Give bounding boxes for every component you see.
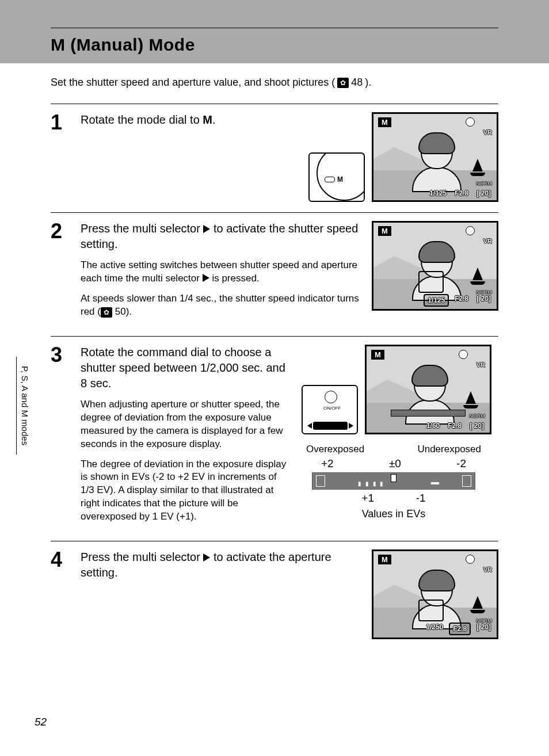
shutter-value: 1/125 <box>427 189 449 198</box>
step2-desc1: The active setting switches between shut… <box>81 259 364 285</box>
ev-over-label: Overexposed <box>306 444 364 455</box>
aperture-value: F2.8 <box>452 294 471 307</box>
quality-badge: NORM <box>470 413 486 419</box>
ev-diagram: Overexposed Underexposed +2 ±0 -2 ▮ ▮ ▮ … <box>296 444 491 520</box>
xref-icon: ✿ <box>337 78 349 88</box>
step-4: 4 Press the multi selector to activate t… <box>51 541 498 650</box>
remaining-value: [ 20] <box>474 189 493 198</box>
dial-letter-m: M <box>337 175 343 184</box>
shutter-value: 1/250 <box>424 623 445 635</box>
right-arrow-icon <box>203 225 210 233</box>
aperture-value: F2.8 <box>452 189 471 198</box>
onoff-label: ON/OFF <box>323 406 341 411</box>
ev-minus1: -1 <box>416 492 426 505</box>
page-title: M (Manual) Mode <box>51 33 498 65</box>
step-title: Rotate the mode dial to M. <box>81 112 300 128</box>
shutter-value: 1/60 <box>424 421 442 430</box>
step-number: 2 <box>51 221 70 326</box>
intro-a: Set the shutter speed and aperture value… <box>51 77 335 89</box>
macro-icon <box>459 350 468 359</box>
quality-badge: NORM <box>476 181 493 186</box>
title-rule <box>51 28 498 28</box>
step-number: 4 <box>51 549 70 639</box>
vr-badge: VR <box>483 129 492 136</box>
intro-text: Set the shutter speed and aperture value… <box>51 77 498 89</box>
macro-icon <box>466 226 475 235</box>
vr-badge: VR <box>476 361 485 368</box>
ev-bar: ▮ ▮ ▮ ▮ <box>312 472 475 490</box>
step3-desc1: When adjusting aperture or shutter speed… <box>81 398 288 451</box>
ev-zero: ±0 <box>389 457 401 470</box>
step-3: 3 Rotate the command dial to choose a sh… <box>51 336 498 541</box>
step-number: 3 <box>51 345 70 530</box>
page-content: M (Manual) Mode Set the shutter speed an… <box>0 0 549 684</box>
intro-b: ). <box>365 77 371 89</box>
mode-badge: M <box>371 350 384 360</box>
macro-icon <box>466 117 475 127</box>
step3-desc2: The degree of deviation in the exposure … <box>81 458 288 524</box>
aperture-value-highlighted: F2.8 <box>449 623 471 635</box>
remaining-value: [ 20] <box>467 421 486 430</box>
right-arrow-icon <box>203 274 209 282</box>
remaining-value: [ 20] <box>474 623 493 635</box>
lcd-preview-3: M VR NORM 1/60 F2.8 [ 20] <box>365 345 491 434</box>
step-title: Press the multi selector to activate the… <box>81 221 364 252</box>
lcd-preview-4: M VR NORM 1/250 F2.8 [ 20] <box>372 549 498 639</box>
section-tab: P, S, A and M modes <box>16 357 33 455</box>
ev-plus2: +2 <box>321 457 334 470</box>
step-number: 1 <box>51 112 70 202</box>
step4-title-a: Press the multi selector <box>81 551 203 563</box>
step1-title-a: Rotate the mode dial to <box>81 113 203 126</box>
af-frame <box>418 600 444 621</box>
mode-badge: M <box>378 555 391 564</box>
xref-icon: ✿ <box>101 307 112 318</box>
right-arrow-icon <box>203 553 210 562</box>
lcd-preview-2: M VR NORM 1/125 F2.8 [ 20] <box>372 221 498 311</box>
mode-badge: M <box>378 117 391 127</box>
ev-under-label: Underexposed <box>417 444 481 455</box>
vr-badge: VR <box>483 238 492 245</box>
ev-minus2: -2 <box>456 457 466 470</box>
lcd-preview-1: M VR NORM 1/125 F2.8 [ 20] <box>372 112 498 202</box>
intro-ref: 48 <box>351 77 363 89</box>
mode-badge: M <box>378 226 391 236</box>
aperture-value: F2.8 <box>445 421 464 430</box>
step1-title-b: . <box>212 113 216 126</box>
shutter-value-highlighted: 1/125 <box>424 294 449 307</box>
ev-plus1: +1 <box>361 492 374 505</box>
mode-dial-illustration: M <box>308 152 365 202</box>
af-frame <box>418 271 444 293</box>
step2-title-a: Press the multi selector <box>81 222 203 235</box>
step-title: Press the multi selector to activate the… <box>81 549 364 581</box>
page-number: 52 <box>35 716 47 728</box>
vr-badge: VR <box>483 566 492 573</box>
step-1: 1 Rotate the mode dial to M. M <box>51 104 498 212</box>
command-dial-illustration: ON/OFF <box>302 385 358 434</box>
remaining-value: [ 20] <box>474 294 493 307</box>
step-title: Rotate the command dial to choose a shut… <box>81 345 288 391</box>
ev-caption: Values in EVs <box>296 508 491 520</box>
exposure-strip <box>391 410 466 417</box>
step1-title-bold: M <box>203 113 212 126</box>
step-2: 2 Press the multi selector to activate t… <box>51 212 498 336</box>
step2-desc2: At speeds slower than 1/4 sec., the shut… <box>81 292 364 319</box>
